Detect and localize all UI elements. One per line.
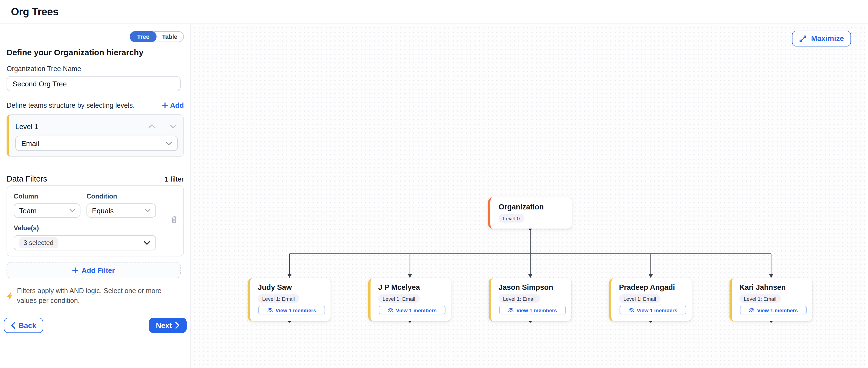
node-title: Pradeep Angadi [619,283,692,292]
filter-card: Column Team Condition Equals [6,186,184,257]
node-level-badge: Level 0 [499,214,524,223]
node-title: Judy Saw [258,283,331,292]
members-icon [628,308,634,312]
tree-name-input[interactable] [6,76,181,91]
chevron-up-icon [148,124,155,129]
maximize-button[interactable]: Maximize [792,31,851,46]
condition-label: Condition [87,193,156,200]
next-button[interactable]: Next [149,318,187,333]
trash-icon [170,215,178,224]
chevron-down-icon [69,209,75,212]
hierarchy-heading: Define your Organization hierarchy [6,47,184,57]
org-node-child[interactable]: Jason Simpson Level 1: Email View 1 memb… [489,278,571,321]
chevron-down-icon [166,141,172,145]
node-level-badge: Level 1: Email [739,294,781,303]
chevron-down-icon [170,124,177,129]
plus-icon [72,267,78,273]
values-label: Value(s) [14,224,177,232]
view-members-button[interactable]: View 1 members [499,306,566,314]
view-members-button[interactable]: View 1 members [740,306,807,314]
view-members-button[interactable]: View 1 members [258,306,325,314]
level-column-select[interactable]: Email [15,136,178,151]
sidebar: Tree Table Define your Organization hier… [0,24,191,368]
column-select[interactable]: Team [14,203,81,218]
members-icon [267,308,273,312]
toggle-table[interactable]: Table [156,32,183,41]
filter-count: 1 filter [164,175,184,183]
top-bar: Org Trees [0,0,868,24]
column-label: Column [14,193,81,200]
plus-icon [162,102,168,108]
app-viewport: Org Trees Tree Table Define your Organiz… [0,0,868,368]
view-members-button[interactable]: View 1 members [379,306,445,314]
org-node-child[interactable]: Kari Jahnsen Level 1: Email View 1 membe… [730,278,812,321]
tree-table-toggle: Tree Table [130,31,184,42]
org-tree-canvas[interactable]: Maximize Organization Level 0 Judy Saw L… [191,24,865,368]
org-node-child[interactable]: J P Mcelyea Level 1: Email View 1 member… [368,278,451,321]
levels-instruction: Define teams structure by selecting leve… [6,101,135,109]
view-members-button[interactable]: View 1 members [620,306,686,314]
view-toggle: Tree Table [6,31,184,42]
node-title: Kari Jahnsen [739,283,812,292]
tree-name-label: Organization Tree Name [6,65,184,73]
page-title: Org Trees [11,6,59,18]
org-node-child[interactable]: Judy Saw Level 1: Email View 1 members [248,278,331,321]
add-level-button[interactable]: Add [162,101,184,109]
data-filters-title: Data Filters [6,174,47,183]
condition-select[interactable]: Equals [87,203,156,218]
node-title: Jason Simpson [499,283,571,292]
filters-note-text: Filters apply with AND logic. Select one… [17,286,170,306]
chevron-down-icon [144,241,151,245]
back-button[interactable]: Back [4,318,43,333]
move-level-up-button[interactable] [147,123,157,130]
values-multiselect[interactable]: 3 selected [14,235,156,250]
members-icon [749,308,755,312]
members-icon [508,308,514,312]
bolt-icon [6,287,13,306]
chevron-down-icon [145,209,151,212]
node-title: Organization [499,203,572,211]
level-card: Level 1 Email [6,114,184,157]
members-icon [388,308,394,312]
filters-note: Filters apply with AND logic. Select one… [6,286,184,306]
node-level-badge: Level 1: Email [258,294,299,303]
node-level-badge: Level 1: Email [619,294,660,303]
chevron-right-icon [175,322,180,329]
node-level-badge: Level 1: Email [378,294,420,303]
level-title: Level 1 [15,122,147,130]
node-level-badge: Level 1: Email [499,294,540,303]
scrollbar-gutter [865,24,868,368]
toggle-tree[interactable]: Tree [130,31,157,42]
add-filter-button[interactable]: Add Filter [6,262,181,278]
move-level-down-button[interactable] [168,123,178,130]
org-node-root[interactable]: Organization Level 0 [488,197,572,229]
org-node-child[interactable]: Pradeep Angadi Level 1: Email View 1 mem… [609,278,692,321]
delete-filter-button[interactable] [169,214,179,226]
selected-count-chip: 3 selected [19,237,58,248]
maximize-icon [799,35,807,42]
chevron-left-icon [11,322,15,329]
node-title: J P Mcelyea [378,283,451,292]
